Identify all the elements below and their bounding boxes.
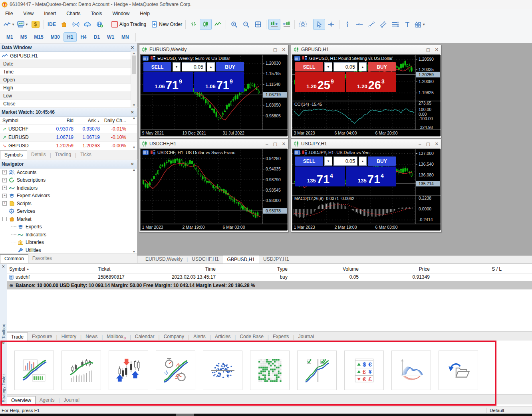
minimize-icon[interactable]: – bbox=[266, 141, 268, 147]
navigator-header[interactable]: Navigator ✕ bbox=[0, 160, 137, 168]
tile-open-results[interactable] bbox=[439, 351, 478, 390]
tile-windows-button[interactable] bbox=[252, 19, 264, 30]
cloud-button[interactable] bbox=[82, 19, 93, 30]
data-window-field-open[interactable]: Open bbox=[0, 76, 137, 84]
column-time[interactable]: Time bbox=[160, 266, 216, 272]
menu-file[interactable]: File bbox=[0, 10, 18, 18]
menu-insert[interactable]: Insert bbox=[39, 10, 61, 18]
minimize-icon[interactable]: – bbox=[266, 47, 268, 52]
close-icon[interactable]: ✕ bbox=[435, 47, 439, 52]
tab-details[interactable]: Details bbox=[27, 151, 50, 159]
sell-price[interactable]: 135714 bbox=[295, 166, 345, 186]
buy-price[interactable]: 135714 bbox=[346, 166, 396, 186]
column-ticket[interactable]: Ticket bbox=[98, 266, 160, 272]
vps-button[interactable] bbox=[94, 19, 105, 30]
sell-price[interactable]: 1.20259 bbox=[295, 72, 345, 92]
navigator-item-scripts[interactable]: +Scripts bbox=[0, 200, 137, 208]
shapes-button[interactable]: ▼ bbox=[414, 19, 426, 30]
tree-toggle-icon[interactable]: + bbox=[2, 201, 7, 206]
close-icon[interactable]: ✕ bbox=[282, 47, 286, 52]
auto-scroll-button[interactable] bbox=[281, 19, 292, 30]
navigator-item-market[interactable]: -Market bbox=[0, 215, 137, 223]
tab-journal[interactable]: Journal bbox=[294, 333, 318, 341]
chart-titlebar[interactable]: EURUSD,Weekly–▢✕ bbox=[139, 45, 288, 54]
tab-codebase[interactable]: Code Base bbox=[236, 333, 267, 341]
tree-toggle-icon[interactable]: + bbox=[2, 178, 7, 182]
tab-news[interactable]: News bbox=[81, 333, 101, 341]
signals-button[interactable] bbox=[70, 19, 81, 30]
chart-titlebar[interactable]: GBPUSD,H1–▢✕ bbox=[291, 45, 441, 54]
chart-canvas[interactable]: 0.942800.940350.937900.935450.933000.930… bbox=[140, 149, 287, 231]
tab-company[interactable]: Company bbox=[160, 333, 188, 341]
profiles-button[interactable]: ▼ bbox=[16, 19, 29, 30]
trendline-button[interactable] bbox=[366, 19, 377, 30]
tree-toggle-icon[interactable]: + bbox=[2, 170, 7, 174]
tile-symbols-scan[interactable]: $€ £¥ €£ bbox=[344, 351, 384, 390]
tab-exposure[interactable]: Exposure bbox=[28, 333, 56, 341]
tab-history[interactable]: History bbox=[58, 333, 80, 341]
tab-trading[interactable]: Trading bbox=[51, 151, 75, 159]
chart-tab-gbpusd[interactable]: GBPUSD,H1 bbox=[223, 255, 259, 264]
minimize-icon[interactable]: – bbox=[419, 141, 421, 147]
tile-report-chart[interactable] bbox=[14, 351, 54, 390]
volume-up-button[interactable]: ▲ bbox=[359, 156, 367, 166]
chart-window-usdjpy[interactable]: USDJPY,H1–▢✕137.000136.540136.080135.714… bbox=[291, 139, 441, 232]
chart-canvas[interactable]: 1.205901.203351.200801.198251.20259273.6… bbox=[292, 54, 440, 137]
tree-toggle-icon[interactable]: - bbox=[2, 217, 7, 221]
market-button[interactable] bbox=[58, 19, 69, 30]
close-icon[interactable]: ✕ bbox=[129, 110, 135, 115]
data-window-field-time[interactable]: Time bbox=[0, 68, 137, 76]
chart-shift-button[interactable] bbox=[269, 19, 280, 30]
tile-forward-test[interactable] bbox=[297, 351, 337, 390]
tab-calendar[interactable]: Calendar bbox=[131, 333, 159, 341]
column-symbol[interactable]: Symbol ▲ bbox=[7, 266, 98, 272]
volume-down-button[interactable]: ▼ bbox=[173, 62, 181, 71]
chart-titlebar[interactable]: USDCHF,H1–▢✕ bbox=[139, 139, 288, 149]
maximize-icon[interactable]: ▢ bbox=[273, 141, 277, 147]
buy-price[interactable]: 1.06719 bbox=[194, 72, 244, 92]
menu-tools[interactable]: Tools bbox=[86, 10, 107, 18]
metaeditor-button[interactable]: IDE bbox=[46, 19, 58, 30]
market-watch-row-eurusd[interactable]: ↗EURUSD 1.06719 1.06719 -0.10% bbox=[0, 133, 137, 142]
close-icon[interactable]: ✕ bbox=[435, 141, 439, 147]
tile-optimization-matrix[interactable] bbox=[250, 351, 290, 390]
navigator-item-indicators[interactable]: +Indicators bbox=[0, 184, 137, 192]
navigator-item-libraries[interactable]: Libraries bbox=[0, 239, 137, 247]
volume-input[interactable]: 0.05 bbox=[333, 62, 357, 71]
chart-tab-eurusd[interactable]: EURUSD,Weekly bbox=[141, 256, 187, 263]
market-watch-header[interactable]: Market Watch: 10:45:46 ✕ bbox=[0, 108, 137, 117]
volume-up-button[interactable]: ▲ bbox=[207, 62, 215, 71]
data-window-symbol-row[interactable]: GBPUSD,H1 bbox=[0, 52, 137, 60]
close-icon[interactable]: ✕ bbox=[2, 264, 5, 269]
timeframe-m15[interactable]: M15 bbox=[31, 33, 46, 42]
timeframe-h1[interactable]: H1 bbox=[64, 33, 76, 42]
tile-speed-test[interactable] bbox=[156, 351, 195, 390]
data-window-scrollbar[interactable]: ▲▼ bbox=[131, 52, 137, 107]
volume-down-button[interactable]: ▼ bbox=[324, 62, 332, 71]
menu-window[interactable]: Window bbox=[107, 10, 135, 18]
chart-window-eurusd[interactable]: EURUSD,Weekly–▢✕1.200301.157851.115401.0… bbox=[139, 45, 288, 138]
fibonacci-button[interactable] bbox=[390, 19, 401, 30]
close-icon[interactable]: ✕ bbox=[282, 141, 286, 147]
chart-window-gbpusd[interactable]: GBPUSD,H1–▢✕1.205901.203351.200801.19825… bbox=[291, 45, 441, 138]
maximize-icon[interactable]: ▢ bbox=[426, 47, 430, 52]
tab-tester-journal[interactable]: Journal bbox=[60, 396, 83, 404]
tree-toggle-icon[interactable]: + bbox=[2, 186, 7, 190]
navigator-item-expert-advisors[interactable]: +Expert Advisors bbox=[0, 192, 137, 200]
tab-mailbox[interactable]: Mailbox8 bbox=[103, 333, 129, 341]
text-tool-button[interactable] bbox=[402, 19, 413, 30]
close-icon[interactable]: ✕ bbox=[2, 341, 5, 345]
chart-window-usdchf[interactable]: USDCHF,H1–▢✕0.942800.940350.937900.93545… bbox=[139, 139, 288, 232]
navigator-scrollbar[interactable]: ▲▼ bbox=[131, 168, 137, 254]
navigator-item-utilities[interactable]: Utilities bbox=[0, 246, 137, 253]
timeframe-m5[interactable]: M5 bbox=[17, 33, 30, 42]
tile-candles-volume[interactable] bbox=[62, 351, 101, 390]
algo-trading-button[interactable]: Algo Trading bbox=[111, 19, 147, 30]
timeframe-m1[interactable]: M1 bbox=[3, 33, 16, 42]
volume-input[interactable]: 0.05 bbox=[182, 62, 206, 71]
tab-experts[interactable]: Experts bbox=[269, 333, 293, 341]
sell-price[interactable]: 1.06719 bbox=[143, 72, 193, 92]
bar-chart-mode-button[interactable] bbox=[188, 19, 199, 30]
timeframe-d1[interactable]: D1 bbox=[91, 33, 103, 42]
column-ask[interactable]: Ask ▲ bbox=[76, 118, 102, 123]
